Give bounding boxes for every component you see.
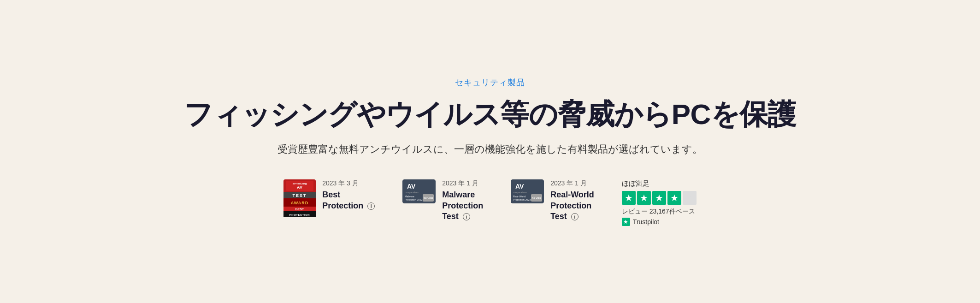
main-title: フィッシングやウイルス等の脅威からPCを保護 xyxy=(167,97,813,131)
category-label: セキュリティ製品 xyxy=(167,77,813,88)
subtitle: 受賞歴豊富な無料アンチウイルスに、一層の機能強化を施した有料製品が選ばれています… xyxy=(167,143,813,156)
star-4: ★ xyxy=(667,191,681,205)
malware-title: MalwareProtectionTest i xyxy=(442,190,483,222)
realworld-date: 2023 年 1 月 xyxy=(550,179,594,188)
page-container: セキュリティ製品 フィッシングやウイルス等の脅威からPCを保護 受賞歴豊富な無料… xyxy=(0,0,980,303)
avtest-badge-logo: av-test.org AV TEST AWARD BEST PROTE xyxy=(283,179,316,217)
avtest-date: 2023 年 3 月 xyxy=(322,179,375,188)
trustpilot-logo: ★ Trustpilot xyxy=(622,218,697,226)
avtest-badge-info: 2023 年 3 月 BestProtection i xyxy=(322,179,375,211)
realworld-badge-logo: AV comparatives Real-World Protection 20… xyxy=(511,179,544,203)
trustpilot-star-icon: ★ xyxy=(622,218,630,226)
svg-text:AV: AV xyxy=(515,183,524,190)
avtest-title: BestProtection i xyxy=(322,190,375,211)
star-2: ★ xyxy=(637,191,651,205)
malware-badge-item: AV comparatives Malware Protection 2022 … xyxy=(402,179,483,222)
trustpilot-satisfaction-label: ほぼ満足 xyxy=(622,179,697,188)
realworld-title: Real-WorldProtectionTest i xyxy=(550,190,594,222)
svg-text:Protection 2023: Protection 2023 xyxy=(513,198,531,201)
svg-text:Protection 2022: Protection 2022 xyxy=(405,198,423,201)
trustpilot-section: ほぼ満足 ★ ★ ★ ★ ★ レビュー 23,167件ベース ★ Trustpi… xyxy=(622,179,697,226)
malware-badge-info: 2023 年 1 月 MalwareProtectionTest i xyxy=(442,179,483,222)
stars-row: ★ ★ ★ ★ ★ xyxy=(622,191,697,205)
svg-text:AWARD: AWARD xyxy=(291,201,309,205)
realworld-badge-info: 2023 年 1 月 Real-WorldProtectionTest i xyxy=(550,179,594,222)
star-5: ★ xyxy=(683,191,697,205)
svg-text:BEST: BEST xyxy=(295,208,304,211)
avtest-info-icon[interactable]: i xyxy=(367,202,375,210)
malware-info-icon[interactable]: i xyxy=(463,213,470,220)
malware-date: 2023 年 1 月 xyxy=(442,179,483,188)
svg-text:TEST: TEST xyxy=(293,193,307,198)
svg-text:AV: AV xyxy=(407,183,416,190)
svg-text:SILVER: SILVER xyxy=(424,197,434,200)
malware-badge-logo: AV comparatives Malware Protection 2022 … xyxy=(402,179,436,203)
svg-text:SILVER: SILVER xyxy=(532,197,542,200)
svg-text:PROTECTION: PROTECTION xyxy=(289,214,310,216)
realworld-info-icon[interactable]: i xyxy=(571,213,579,220)
realworld-badge-item: AV comparatives Real-World Protection 20… xyxy=(511,179,594,222)
trustpilot-platform-label: Trustpilot xyxy=(633,218,659,226)
star-1: ★ xyxy=(622,191,636,205)
svg-text:Malware: Malware xyxy=(405,195,414,198)
svg-text:AV: AV xyxy=(297,185,302,190)
star-3: ★ xyxy=(652,191,666,205)
svg-text:comparatives: comparatives xyxy=(405,191,419,194)
svg-text:Real-World: Real-World xyxy=(513,195,525,198)
content-wrapper: セキュリティ製品 フィッシングやウイルス等の脅威からPCを保護 受賞歴豊富な無料… xyxy=(167,77,813,226)
badges-row: av-test.org AV TEST AWARD BEST PROTE xyxy=(167,179,813,226)
svg-text:comparatives: comparatives xyxy=(513,191,527,194)
avtest-badge-item: av-test.org AV TEST AWARD BEST PROTE xyxy=(283,179,375,217)
review-count: レビュー 23,167件ベース xyxy=(622,208,697,216)
